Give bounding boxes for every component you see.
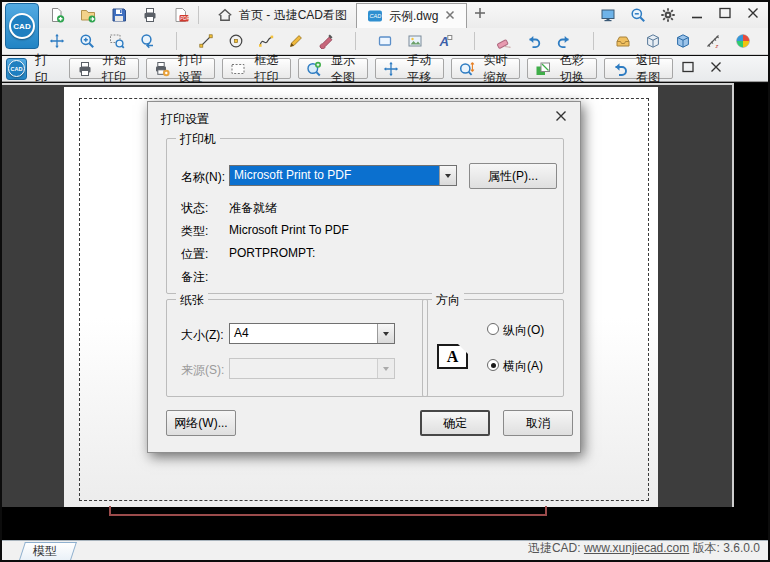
button-label: 返回看图 (632, 52, 665, 86)
return-view-button[interactable]: 返回看图 (604, 58, 673, 79)
return-arrow-icon (612, 61, 628, 77)
chevron-down-icon (377, 359, 394, 378)
button-label: 打印设置 (174, 52, 207, 86)
zoom-window-icon[interactable] (108, 32, 126, 50)
pan-icon[interactable] (48, 32, 66, 50)
zoom-rt-icon (459, 61, 475, 77)
location-value: PORTPROMPT: (229, 246, 315, 260)
text-icon[interactable]: A (436, 32, 454, 50)
cube-blue-icon[interactable] (674, 32, 692, 50)
drawing-toolbar-icons: A z (48, 32, 752, 50)
new-file-icon[interactable] (48, 6, 66, 24)
button-label: 实时缩放 (479, 52, 512, 86)
fit-view-button[interactable]: 显示全图 (298, 58, 367, 79)
cad-logo-icon: CAD (9, 13, 35, 39)
portrait-radio[interactable] (487, 323, 499, 335)
website-link[interactable]: www.xunjiecad.com (584, 541, 689, 555)
paper-group: 纸张 大小(Z): A4 来源(S): (166, 299, 428, 397)
cancel-button[interactable]: 取消 (503, 410, 573, 436)
group-title: 方向 (432, 292, 464, 309)
printer-name-select[interactable]: Microsoft Print to PDF (229, 165, 457, 186)
spline-icon[interactable] (257, 32, 275, 50)
image-icon[interactable] (406, 32, 424, 50)
stamp-icon[interactable] (317, 32, 335, 50)
printer-icon (77, 61, 93, 77)
dialog-title: 打印设置 (161, 111, 209, 128)
paper-source-value (230, 359, 377, 378)
print-icon[interactable] (141, 6, 159, 24)
redo-icon[interactable] (555, 32, 573, 50)
file-icon-group: PDF (48, 6, 190, 24)
titlebar: PDF 首页 - 迅捷CAD看图 CAD 示例.dwg (2, 2, 768, 28)
ok-button[interactable]: 确定 (420, 410, 490, 436)
properties-button[interactable]: 属性(P)... (469, 163, 557, 189)
start-print-button[interactable]: 开始打印 (69, 58, 138, 79)
comment-label: 备注: (181, 269, 208, 286)
marquee-icon (230, 61, 246, 77)
minimize-icon[interactable] (689, 7, 705, 23)
network-button[interactable]: 网络(W)... (166, 410, 236, 436)
eraser-icon[interactable] (495, 32, 513, 50)
version-label: 版本: (693, 541, 720, 555)
tray-icon[interactable] (614, 32, 632, 50)
fit-view-icon (306, 61, 322, 77)
landscape-radio[interactable] (487, 359, 499, 371)
button-label: 框选打印 (250, 52, 283, 86)
printer-name-label: 名称(N): (181, 169, 225, 186)
model-tab[interactable]: 模型 (19, 542, 77, 560)
new-tab-icon[interactable] (473, 8, 487, 22)
gear-icon[interactable] (659, 6, 677, 24)
divider (593, 32, 594, 50)
app-window: CAD PDF 首页 - 迅捷CAD看图 CAD 示例.dwg (0, 0, 770, 562)
tab-label: 示例.dwg (389, 8, 438, 25)
maximize-icon[interactable] (717, 7, 733, 23)
tab-home[interactable]: 首页 - 迅捷CAD看图 (207, 3, 356, 28)
app-logo[interactable]: CAD (5, 3, 39, 49)
chevron-down-icon[interactable] (377, 324, 394, 343)
button-label: 色彩切换 (555, 52, 588, 86)
printer-gear-icon (154, 61, 170, 77)
printer-name-value: Microsoft Print to PDF (230, 166, 439, 185)
maximize-icon[interactable] (680, 61, 696, 77)
dialog-close-icon[interactable] (553, 109, 569, 125)
open-file-icon[interactable] (79, 6, 97, 24)
save-icon[interactable] (110, 6, 128, 24)
close-icon[interactable] (745, 7, 761, 23)
rect-icon[interactable] (376, 32, 394, 50)
realtime-zoom-button[interactable]: 实时缩放 (451, 58, 520, 79)
export-pdf-icon[interactable]: PDF (172, 6, 190, 24)
version-value: 3.6.0.0 (723, 541, 760, 555)
cad-logo-icon: CAD (8, 60, 25, 77)
svg-text:z: z (715, 43, 719, 49)
screen-icon[interactable] (599, 6, 617, 24)
chevron-down-icon[interactable] (439, 166, 456, 185)
line-icon[interactable] (197, 32, 215, 50)
manual-pan-button[interactable]: 手动平移 (375, 58, 444, 79)
tab-close-icon[interactable] (443, 9, 457, 23)
status-value: 准备就绪 (229, 200, 277, 217)
print-settings-button[interactable]: 打印设置 (146, 58, 215, 79)
zoom-back-icon[interactable] (138, 32, 156, 50)
measure-icon[interactable]: z (704, 32, 722, 50)
palette-icon[interactable] (734, 32, 752, 50)
marquee-print-button[interactable]: 框选打印 (222, 58, 291, 79)
paper-source-select (229, 358, 395, 379)
subwindow-controls (680, 61, 724, 77)
cube-icon[interactable] (644, 32, 662, 50)
pencil-icon[interactable] (287, 32, 305, 50)
zoom-out-icon[interactable] (629, 6, 647, 24)
circle-icon[interactable] (227, 32, 245, 50)
tab-drawing[interactable]: CAD 示例.dwg (356, 3, 467, 28)
print-mode-label: 打印 (35, 51, 55, 87)
undo-icon[interactable] (525, 32, 543, 50)
divider (474, 32, 475, 50)
color-switch-button[interactable]: 色彩切换 (527, 58, 596, 79)
zoom-plus-icon[interactable] (78, 32, 96, 50)
paper-size-select[interactable]: A4 (229, 323, 395, 344)
svg-text:PDF: PDF (180, 16, 189, 21)
button-label: 手动平移 (403, 52, 436, 86)
printer-group: 打印机 名称(N): Microsoft Print to PDF 属性(P).… (166, 138, 564, 294)
cad-mini-logo: CAD (6, 58, 27, 80)
statusbar: 模型 迅捷CAD: www.xunjiecad.com 版本: 3.6.0.0 (2, 540, 768, 560)
close-icon[interactable] (708, 61, 724, 77)
